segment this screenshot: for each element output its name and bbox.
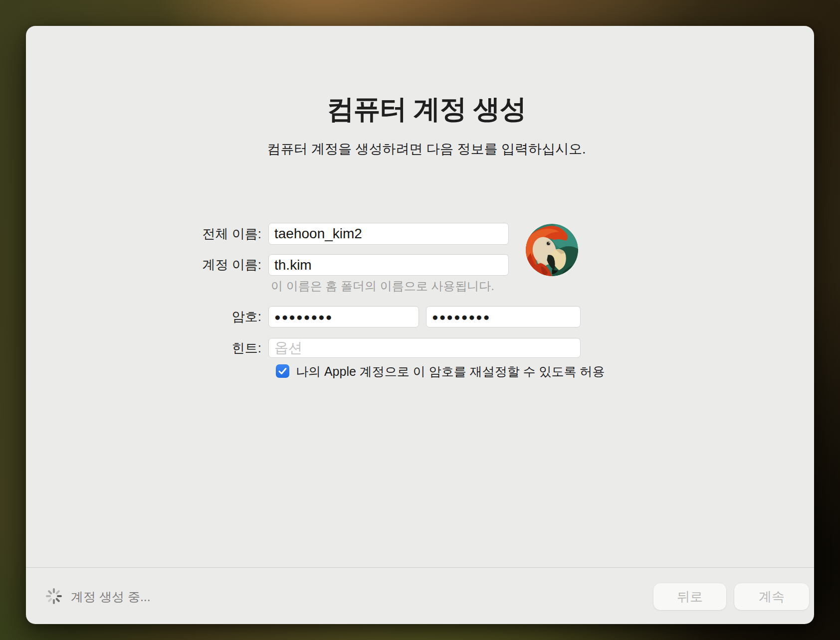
password-label: 암호: bbox=[101, 309, 261, 324]
page-title: 컴퓨터 계정 생성 bbox=[26, 93, 827, 125]
account-name-label: 계정 이름: bbox=[101, 257, 261, 272]
hint-label: 힌트: bbox=[101, 340, 261, 355]
page-subtitle: 컴퓨터 계정을 생성하려면 다음 정보를 입력하십시오. bbox=[26, 141, 827, 157]
footer-divider bbox=[26, 567, 814, 568]
parrot-avatar-image bbox=[526, 224, 578, 276]
status-text: 계정 생성 중... bbox=[71, 589, 151, 604]
setup-assistant-window: 컴퓨터 계정 생성 컴퓨터 계정을 생성하려면 다음 정보를 입력하십시오. 전… bbox=[26, 26, 814, 624]
continue-button[interactable]: 계속 bbox=[734, 583, 809, 610]
progress-spinner-icon bbox=[45, 587, 63, 605]
header: 컴퓨터 계정 생성 컴퓨터 계정을 생성하려면 다음 정보를 입력하십시오. bbox=[26, 93, 827, 157]
allow-apple-reset-checkbox[interactable] bbox=[276, 364, 289, 378]
desktop-background: 컴퓨터 계정 생성 컴퓨터 계정을 생성하려면 다음 정보를 입력하십시오. 전… bbox=[0, 0, 840, 640]
account-name-input[interactable] bbox=[268, 254, 509, 276]
full-name-input[interactable] bbox=[268, 223, 509, 245]
password-input[interactable] bbox=[268, 306, 419, 327]
checkmark-icon bbox=[276, 365, 289, 377]
password-verify-input[interactable] bbox=[426, 306, 581, 327]
hint-input[interactable] bbox=[268, 338, 581, 358]
full-name-label: 전체 이름: bbox=[101, 226, 261, 241]
account-name-helper-text: 이 이름은 홈 폴더의 이름으로 사용됩니다. bbox=[271, 279, 494, 293]
parrot-avatar[interactable] bbox=[526, 224, 578, 276]
allow-apple-reset-label: 나의 Apple 계정으로 이 암호를 재설정할 수 있도록 허용 bbox=[296, 365, 625, 378]
back-button[interactable]: 뒤로 bbox=[653, 583, 726, 610]
